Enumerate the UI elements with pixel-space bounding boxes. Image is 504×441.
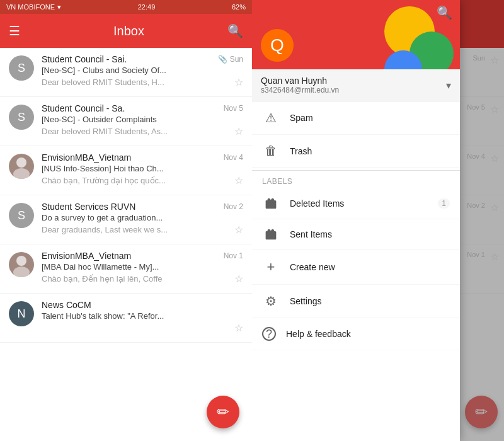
email-sender: Student Services RUVN (42, 202, 135, 212)
user-email: s3426484@rmit.edu.vn (261, 86, 339, 94)
email-list: SStudent Council - Sai.📎Sun[Neo-SC] - Cl… (0, 48, 252, 441)
trash-icon: 🗑 (262, 144, 280, 158)
email-subject: Do a survey to get a graduation... (42, 213, 243, 222)
spam-label: Spam (290, 113, 450, 123)
wifi-icon: ▾ (57, 3, 61, 11)
email-sender: Student Council - Sai. (42, 54, 127, 64)
email-subject: [Neo-SC] - Outsider Complaints (42, 115, 243, 124)
help-icon: ? (262, 327, 276, 341)
menu-button[interactable]: ☰ (9, 23, 20, 38)
email-item-4[interactable]: SStudent Services RUVNNov 2Do a survey t… (0, 195, 252, 244)
compose-icon: ✏ (217, 403, 229, 421)
carrier: VN MOBIFONE (6, 3, 55, 11)
email-item-3[interactable]: EnvisionMBA_VietnamNov 4[NUS Info-Sessio… (0, 146, 252, 195)
battery: 62% (232, 3, 246, 11)
drawer-item-trash[interactable]: 🗑 Trash (252, 135, 460, 168)
email-preview: Dear beloved RMIT Students, H... (42, 77, 229, 87)
deleted-items-badge: 1 (438, 198, 450, 209)
email-item-2[interactable]: SStudent Council - Sa.Nov 5[Neo-SC] - Ou… (0, 97, 252, 146)
deleted-items-label: Deleted Items (290, 198, 438, 209)
settings-icon: ⚙ (262, 294, 280, 309)
drawer-item-deleted-items[interactable]: Deleted Items 1 (252, 188, 460, 219)
star-button[interactable]: ☆ (234, 224, 243, 236)
user-avatar: Q (261, 29, 294, 62)
time: 22:49 (138, 3, 156, 11)
avatar: N (9, 301, 34, 326)
avatar: S (9, 203, 34, 228)
email-subject: Talent Hub's talk show: "A Refor... (42, 311, 243, 321)
svg-point-2 (16, 256, 26, 266)
compose-fab[interactable]: ✏ (207, 396, 239, 428)
svg-point-1 (13, 168, 30, 179)
email-subject: [NUS Info-Session] Hoi thao Ch... (42, 164, 243, 173)
email-date: Nov 4 (224, 153, 243, 162)
drawer-item-sent-items[interactable]: Sent Items (252, 219, 460, 250)
drawer-menu: ⚠ Spam 🗑 Trash Labels Deleted Items 1 (252, 101, 460, 441)
svg-point-3 (13, 266, 30, 277)
account-dropdown-button[interactable]: ▾ (446, 79, 451, 91)
inbox-header: ☰ Inbox 🔍 (0, 14, 252, 48)
email-date: Nov 5 (224, 104, 243, 113)
drawer-user-info: Quan van Huynh s3426484@rmit.edu.vn ▾ (252, 69, 460, 101)
email-date: Nov 2 (224, 202, 243, 211)
drawer-search-button[interactable]: 🔍 (437, 5, 452, 20)
status-bar: VN MOBIFONE ▾ 22:49 62% (0, 0, 252, 14)
right-panel: Sun ☆ Nov 5 ☆ Nov 4 ☆ Nov 2 (252, 0, 504, 441)
email-subject: [Neo-SC] - Clubs and Society Of... (42, 66, 243, 75)
search-button[interactable]: 🔍 (227, 23, 243, 38)
inbox-title: Inbox (30, 24, 227, 38)
user-name: Quan van Huynh (261, 76, 339, 86)
create-new-icon: + (262, 259, 280, 275)
email-sender: EnvisionMBA_Vietnam (42, 251, 131, 261)
spam-icon: ⚠ (262, 110, 280, 125)
drawer-item-help[interactable]: ? Help & feedback (252, 318, 460, 350)
star-button[interactable]: ☆ (234, 175, 243, 186)
drawer-header: Q 🔍 (252, 0, 460, 69)
email-subject: [MBA Dai hoc Willamette - My]... (42, 262, 243, 272)
avatar (9, 154, 34, 179)
email-preview: Dear graduands, Last week we s... (42, 225, 229, 234)
svg-point-0 (16, 158, 26, 168)
email-item-6[interactable]: NNews CoCMTalent Hub's talk show: "A Ref… (0, 294, 252, 343)
inbox-panel: VN MOBIFONE ▾ 22:49 62% ☰ Inbox 🔍 SStude… (0, 0, 252, 441)
drawer-overlay[interactable] (460, 0, 504, 441)
star-button[interactable]: ☆ (234, 76, 243, 88)
help-label: Help & feedback (286, 329, 450, 339)
email-date: Nov 1 (224, 251, 243, 260)
labels-section-header: Labels (252, 170, 460, 188)
deleted-items-icon (262, 197, 280, 210)
email-preview: Chào bạn, Trường đại học quốc... (42, 176, 229, 185)
sent-items-label: Sent Items (290, 229, 450, 239)
create-new-label: Create new (290, 262, 450, 272)
email-preview: Chào bạn, Đến hẹn lại lên, Coffe (42, 274, 229, 284)
avatar: S (9, 55, 34, 81)
email-sender: Student Council - Sa. (42, 103, 125, 113)
email-item-5[interactable]: EnvisionMBA_VietnamNov 1[MBA Dai hoc Wil… (0, 244, 252, 294)
drawer-item-settings[interactable]: ⚙ Settings (252, 285, 460, 318)
trash-label: Trash (290, 146, 450, 156)
star-button[interactable]: ☆ (234, 322, 243, 334)
attachment-icon: 📎 (218, 55, 227, 64)
email-preview: Dear beloved RMIT Students, As... (42, 127, 229, 136)
drawer-item-spam[interactable]: ⚠ Spam (252, 101, 460, 135)
avatar: S (9, 105, 34, 130)
settings-label: Settings (290, 296, 450, 306)
email-sender: EnvisionMBA_Vietnam (42, 152, 131, 163)
email-item-1[interactable]: SStudent Council - Sai.📎Sun[Neo-SC] - Cl… (0, 48, 252, 97)
avatar (9, 252, 34, 277)
navigation-drawer: Q 🔍 Quan van Huynh s3426484@rmit.edu.vn … (252, 0, 460, 441)
drawer-item-create-new[interactable]: + Create new (252, 250, 460, 285)
email-date: Sun (230, 55, 243, 64)
email-sender: News CoCM (42, 300, 91, 310)
star-button[interactable]: ☆ (234, 125, 243, 137)
star-button[interactable]: ☆ (234, 273, 243, 285)
sent-items-icon (262, 228, 280, 241)
